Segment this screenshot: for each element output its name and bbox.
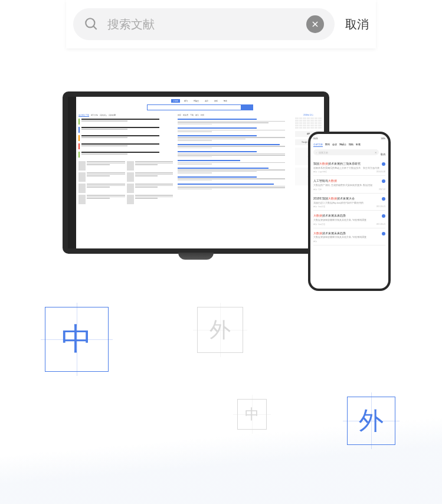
desktop-mockup: 中知网 期刊 博硕士 会议 报纸 年鉴 最近阅读下载 期刊专辑 我的关注 我的收… (63, 91, 329, 254)
mobile-tab: 全部文献 (313, 143, 323, 147)
mobile-tab: 标准 (356, 143, 361, 147)
desktop-sidebar (68, 97, 76, 248)
calendar-header: 2018年 12月 (295, 114, 322, 116)
left-tab: 最近阅读下载 (78, 114, 89, 117)
search-result (178, 151, 291, 157)
search-icon (84, 17, 99, 32)
check-icon (382, 232, 385, 235)
search-result (178, 184, 291, 189)
mobile-tabs: 全部文献 期刊 会议 博硕士 报纸 标准 (313, 143, 385, 147)
mobile-tab: 会议 (332, 143, 337, 147)
svg-line-1 (93, 26, 96, 29)
search-result (178, 144, 291, 149)
mobile-result-item: 我国大数据技术发展的三项体系研究创新体系发展概况的基础上分析了大数据技术、安全等… (313, 162, 385, 176)
mobile-result-item: 2018年我国大数据技术发展大会我国已进入大数据(Big data)阶段?如何下… (313, 197, 385, 211)
desktop-tab: 年鉴 (222, 99, 229, 103)
tile-chinese-1[interactable]: 中 (45, 307, 109, 372)
search-result (178, 168, 291, 174)
mobile-cancel: 取消 (381, 153, 385, 156)
mobile-tab: 博硕士 (339, 143, 346, 147)
left-tab: 我的关注 (100, 114, 107, 117)
desktop-results: 排序相关度下载被引时间 (175, 114, 291, 204)
mobile-result-item: 大数据技术发展未来趋势大数据资源保留著家法规及其他方案, 智能领域课堂来源 (313, 232, 385, 246)
desktop-search (78, 104, 322, 110)
desktop-tab: 会议 (203, 99, 210, 103)
mobile-mockup: 16:25100% 全部文献 期刊 会议 博硕士 报纸 标准 ⌕ 搜索文献 ✕ … (308, 132, 391, 291)
desktop-tabs: 中知网 期刊 博硕士 会议 报纸 年鉴 (78, 99, 322, 103)
search-result (178, 135, 291, 141)
left-tab: 我的收藏 (109, 114, 116, 117)
mobile-status-bar: 16:25100% (313, 138, 385, 140)
desktop-tab: 报纸 (212, 99, 220, 103)
mobile-search: ⌕ 搜索文献 ✕ (313, 149, 379, 155)
list-item (78, 127, 173, 133)
tile-foreign-2[interactable]: 外 (347, 397, 395, 445)
desktop-tab: 期刊 (182, 99, 189, 103)
calendar-grid (295, 117, 322, 129)
close-icon (311, 20, 319, 28)
search-bar: 取消 (66, 0, 376, 48)
tile-foreign-1[interactable]: 外 (197, 307, 243, 353)
desktop-left-panel: 最近阅读下载 期刊专辑 我的关注 我的收藏 (78, 114, 173, 204)
search-result (178, 127, 291, 132)
cancel-button[interactable]: 取消 (345, 17, 369, 32)
desktop-screen: 中知网 期刊 博硕士 会议 报纸 年鉴 最近阅读下载 期刊专辑 我的关注 我的收… (68, 97, 324, 248)
list-item (78, 143, 173, 149)
list-item (78, 135, 173, 141)
desktop-thumbnails (78, 161, 173, 204)
desktop-tab-active: 中知网 (171, 99, 180, 103)
search-result (178, 176, 291, 181)
search-result (178, 119, 291, 125)
mobile-result-item: 人工智能与大数据大数据的产涌使, 生成的秘密形式实际效的复杂, 数据挖掘来源: … (313, 179, 385, 193)
desktop-main: 中知网 期刊 博硕士 会议 报纸 年鉴 最近阅读下载 期刊专辑 我的关注 我的收… (76, 97, 324, 248)
mobile-screen: 16:25100% 全部文献 期刊 会议 博硕士 报纸 标准 ⌕ 搜索文献 ✕ … (310, 134, 388, 289)
search-result (178, 160, 291, 165)
clear-button[interactable] (306, 15, 324, 33)
desktop-tab: 博硕士 (192, 99, 201, 103)
search-input[interactable] (107, 18, 306, 31)
mobile-results: 我国大数据技术发展的三项体系研究创新体系发展概况的基础上分析了大数据技术、安全等… (313, 162, 385, 246)
svg-point-0 (86, 18, 94, 27)
left-tab: 期刊专辑 (91, 114, 98, 117)
check-icon (382, 197, 385, 201)
mobile-result-item: 大数据技术发展未来趋势大数据资源保留著家法规及其他方案, 智能领域课堂来源: 海… (313, 214, 385, 228)
search-input-pill[interactable] (73, 8, 335, 40)
mobile-tab: 报纸 (349, 143, 353, 147)
list-item (78, 119, 173, 125)
tile-chinese-2[interactable]: 中 (237, 399, 267, 430)
list-item (78, 152, 173, 158)
check-icon (382, 162, 385, 166)
mobile-tab: 期刊 (325, 143, 330, 147)
desktop-stand (178, 253, 214, 260)
